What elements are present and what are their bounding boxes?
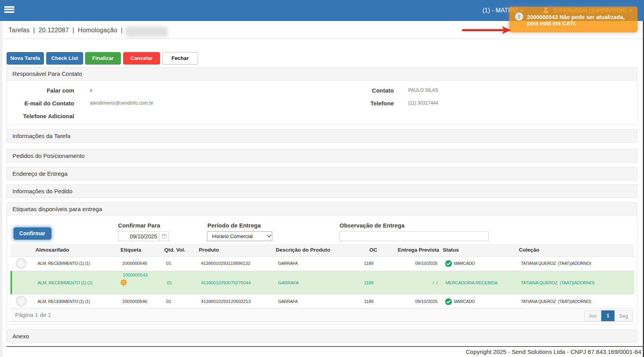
- svg-text:7: 7: [164, 236, 165, 238]
